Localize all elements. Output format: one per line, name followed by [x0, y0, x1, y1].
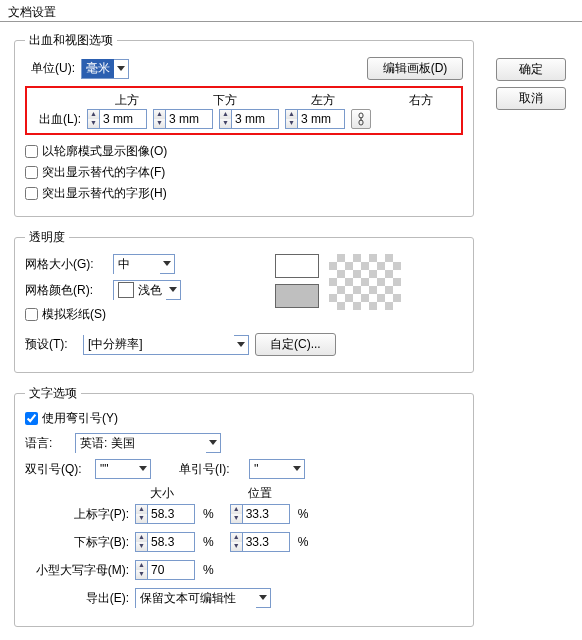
- spin-up-icon[interactable]: ▲: [220, 110, 231, 119]
- spin-up-icon[interactable]: ▲: [154, 110, 165, 119]
- percent-symbol: %: [203, 535, 214, 549]
- position-header: 位置: [233, 485, 287, 502]
- bleed-right-input[interactable]: [298, 110, 344, 128]
- bleed-hdr-top: 上方: [97, 92, 157, 109]
- chevron-down-icon: [114, 66, 128, 72]
- grid-size-select[interactable]: 中: [113, 254, 175, 274]
- smallcaps-spinner[interactable]: ▲▼: [135, 560, 195, 580]
- bleed-bottom-spinner[interactable]: ▲▼: [153, 109, 213, 129]
- unit-label: 单位(U):: [25, 60, 75, 77]
- chevron-down-icon: [234, 342, 248, 348]
- language-label: 语言:: [25, 435, 69, 452]
- bleed-left-input[interactable]: [232, 110, 278, 128]
- unit-select[interactable]: 毫米: [81, 59, 129, 79]
- spin-down-icon[interactable]: ▼: [88, 119, 99, 128]
- spin-up-icon[interactable]: ▲: [136, 561, 147, 570]
- bleed-hdr-left: 左方: [293, 92, 353, 109]
- grid-size-value: 中: [114, 255, 160, 274]
- spin-up-icon[interactable]: ▲: [231, 505, 242, 514]
- titlebar: 文档设置: [0, 0, 582, 22]
- smallcaps-label: 小型大写字母(M):: [25, 562, 129, 579]
- link-icon: [356, 112, 366, 126]
- superscript-size-input[interactable]: [148, 505, 194, 523]
- custom-preset-button[interactable]: 自定(C)...: [255, 333, 336, 356]
- curly-quotes-checkbox[interactable]: 使用弯引号(Y): [25, 410, 463, 427]
- superscript-pos-spinner[interactable]: ▲▼: [230, 504, 290, 524]
- spin-down-icon[interactable]: ▼: [286, 119, 297, 128]
- gray-swatch[interactable]: [275, 284, 319, 308]
- subscript-size-input[interactable]: [148, 533, 194, 551]
- bleed-hdr-bottom: 下方: [195, 92, 255, 109]
- link-values-button[interactable]: [351, 109, 371, 129]
- export-label: 导出(E):: [25, 590, 129, 607]
- substitute-glyphs-checkbox[interactable]: 突出显示替代的字形(H): [25, 185, 463, 202]
- subscript-pos-input[interactable]: [243, 533, 289, 551]
- bleed-view-legend: 出血和视图选项: [25, 32, 117, 49]
- chevron-down-icon: [136, 466, 150, 472]
- single-quotes-label: 单引号(I):: [179, 461, 243, 478]
- spin-down-icon[interactable]: ▼: [154, 119, 165, 128]
- smallcaps-input[interactable]: [148, 561, 194, 579]
- outline-mode-checkbox[interactable]: 以轮廓模式显示图像(O): [25, 143, 463, 160]
- type-options-legend: 文字选项: [25, 385, 81, 402]
- preset-select[interactable]: [中分辨率]: [83, 335, 249, 355]
- spin-down-icon[interactable]: ▼: [136, 514, 147, 523]
- spin-up-icon[interactable]: ▲: [231, 533, 242, 542]
- single-quotes-value: '': [250, 461, 290, 477]
- single-quotes-select[interactable]: '': [249, 459, 305, 479]
- chevron-down-icon: [290, 466, 304, 472]
- substitute-fonts-checkbox[interactable]: 突出显示替代的字体(F): [25, 164, 463, 181]
- chevron-down-icon: [206, 440, 220, 446]
- superscript-label: 上标字(P):: [25, 506, 129, 523]
- spin-up-icon[interactable]: ▲: [88, 110, 99, 119]
- export-select[interactable]: 保留文本可编辑性: [135, 588, 271, 608]
- superscript-pos-input[interactable]: [243, 505, 289, 523]
- white-swatch[interactable]: [275, 254, 319, 278]
- transparency-preview: [329, 254, 401, 310]
- chevron-down-icon: [256, 595, 270, 601]
- grid-color-swatch: [118, 282, 134, 298]
- spin-down-icon[interactable]: ▼: [231, 542, 242, 551]
- bleed-label: 出血(L):: [33, 111, 81, 128]
- export-value: 保留文本可编辑性: [136, 589, 256, 608]
- bleed-right-spinner[interactable]: ▲▼: [285, 109, 345, 129]
- spin-up-icon[interactable]: ▲: [136, 533, 147, 542]
- bleed-top-spinner[interactable]: ▲▼: [87, 109, 147, 129]
- superscript-size-spinner[interactable]: ▲▼: [135, 504, 195, 524]
- edit-artboards-button[interactable]: 编辑画板(D): [367, 57, 463, 80]
- spin-down-icon[interactable]: ▼: [136, 570, 147, 579]
- language-select[interactable]: 英语: 美国: [75, 433, 221, 453]
- grid-color-select[interactable]: 浅色: [113, 280, 181, 300]
- spin-down-icon[interactable]: ▼: [136, 542, 147, 551]
- bleed-left-spinner[interactable]: ▲▼: [219, 109, 279, 129]
- grid-color-value: 浅色: [138, 282, 162, 299]
- grid-size-label: 网格大小(G):: [25, 256, 107, 273]
- simulate-paper-checkbox[interactable]: 模拟彩纸(S): [25, 306, 181, 323]
- bleed-highlight-box: 上方 下方 左方 右方 出血(L): ▲▼ ▲▼ ▲▼: [25, 86, 463, 135]
- double-quotes-value: "": [96, 461, 136, 477]
- bleed-bottom-input[interactable]: [166, 110, 212, 128]
- grid-color-label: 网格颜色(R):: [25, 282, 107, 299]
- bleed-top-input[interactable]: [100, 110, 146, 128]
- size-header: 大小: [135, 485, 189, 502]
- subscript-pos-spinner[interactable]: ▲▼: [230, 532, 290, 552]
- ok-button[interactable]: 确定: [496, 58, 566, 81]
- percent-symbol: %: [298, 535, 309, 549]
- preset-value: [中分辨率]: [84, 335, 234, 354]
- unit-value: 毫米: [82, 59, 114, 78]
- bleed-view-fieldset: 出血和视图选项 单位(U): 毫米 编辑画板(D) 上方 下方 左方 右方 出血…: [14, 32, 474, 217]
- transparency-legend: 透明度: [25, 229, 69, 246]
- spin-down-icon[interactable]: ▼: [231, 514, 242, 523]
- transparency-fieldset: 透明度 网格大小(G): 中 网格颜色(R): 浅色: [14, 229, 474, 373]
- subscript-size-spinner[interactable]: ▲▼: [135, 532, 195, 552]
- preset-label: 预设(T):: [25, 336, 77, 353]
- language-value: 英语: 美国: [76, 434, 206, 453]
- dialog-title: 文档设置: [8, 5, 56, 19]
- cancel-button[interactable]: 取消: [496, 87, 566, 110]
- double-quotes-select[interactable]: "": [95, 459, 151, 479]
- double-quotes-label: 双引号(Q):: [25, 461, 89, 478]
- spin-up-icon[interactable]: ▲: [136, 505, 147, 514]
- spin-up-icon[interactable]: ▲: [286, 110, 297, 119]
- chevron-down-icon: [160, 261, 174, 267]
- spin-down-icon[interactable]: ▼: [220, 119, 231, 128]
